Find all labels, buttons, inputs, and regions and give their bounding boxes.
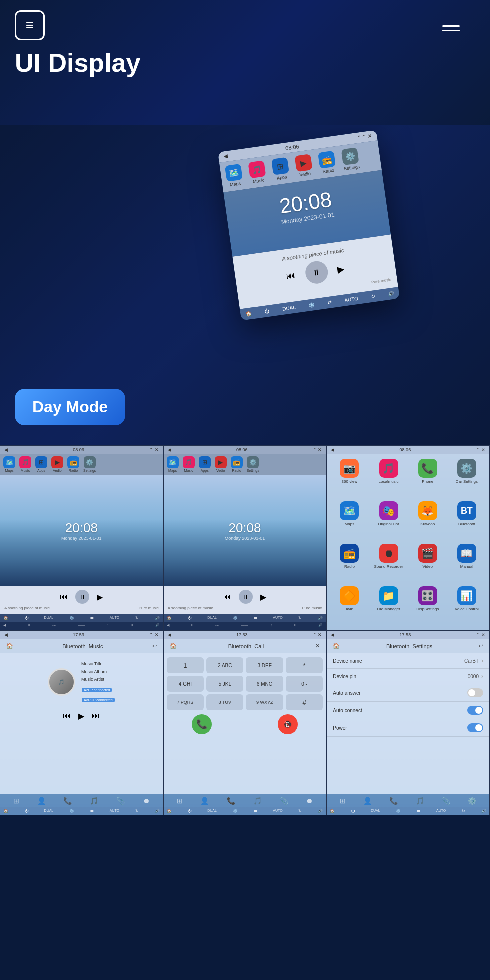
app-localmusic[interactable]: 🎵 Localmusic <box>371 459 406 497</box>
apps-icons-grid: 📷 360 view 🎵 Localmusic 📞 Phone ⚙️ Car S… <box>327 454 490 630</box>
dial-hash[interactable]: # <box>286 694 323 710</box>
dial-1[interactable]: 1 <box>167 657 204 673</box>
bt-play-icon[interactable]: ▶ <box>78 711 84 721</box>
player-cell-2: ◀08:06⌃ ✕ 🗺️Maps 🎵Music ⊞Apps ▶Vedio 📻Ra… <box>164 445 327 630</box>
hamburger-menu[interactable] <box>442 25 460 31</box>
chevron-right-icon-2: › <box>482 673 484 680</box>
bt-call-title: Bluetooth_Call <box>228 643 264 649</box>
cell-play-1[interactable]: ⏸ <box>76 590 90 604</box>
nav-music-icon-2[interactable]: 🎵 <box>254 797 262 805</box>
app-apps[interactable]: ⊞ Apps <box>272 157 290 181</box>
app-manual[interactable]: 📖 Manual <box>450 544 484 582</box>
app-kuwooo[interactable]: 🦊 Kuwooo <box>410 501 446 540</box>
bt-device-name-row: Device name CarBT › <box>327 653 490 669</box>
bt-auto-connect-row: Auto connect <box>327 702 490 719</box>
nav-grid-icon-2[interactable]: ⊞ <box>177 797 183 805</box>
dial-zero-dash[interactable]: 0 - <box>286 676 323 692</box>
app-soundrecorder[interactable]: ⏺ Sound Recorder <box>371 544 406 582</box>
cell-play-2[interactable]: ⏸ <box>239 590 253 604</box>
dial-8[interactable]: 8 TUV <box>206 694 244 710</box>
cell-music-bar-1: ⏮ ⏸ ▶ A soothing piece of music Pure mus… <box>0 586 163 614</box>
bt-power-toggle[interactable] <box>468 723 484 732</box>
nav-grid-icon[interactable]: ⊞ <box>14 797 20 805</box>
nav-clip-icon-2[interactable]: 📎 <box>280 797 288 805</box>
bt-music-controls: ⏮ ▶ ⏭ <box>6 711 158 721</box>
bt-dialpad: 1 2 ABC 3 DEF * 4 GHI 5 JKL 6 MNO 0 - 7 … <box>164 653 326 794</box>
app-radio[interactable]: 📻 Radio <box>318 151 337 175</box>
cell-bottom-bar-2: 🏠⏻DUAL❄️⇄AUTO↻🔊 <box>164 614 326 622</box>
app-carsettings[interactable]: ⚙️ Car Settings <box>450 459 484 497</box>
cell-prev-2[interactable]: ⏮ <box>224 592 232 601</box>
bt-next-icon[interactable]: ⏭ <box>92 711 100 720</box>
dial-9[interactable]: 9 WXYZ <box>246 694 283 710</box>
app-dispsettings[interactable]: 🎛️ DispSettings <box>410 586 446 625</box>
app-originalcar[interactable]: 🎭 Original Car <box>371 501 406 540</box>
app-filemanager[interactable]: 📁 File Manager <box>371 586 406 625</box>
cell-next-2[interactable]: ▶ <box>260 592 266 602</box>
app-phone[interactable]: 📞 Phone <box>410 459 446 497</box>
dial-3[interactable]: 3 DEF <box>246 657 283 673</box>
bt-device-name-value: CarBT <box>464 658 479 664</box>
cell-top-bar-2: ◀08:06⌃ ✕ <box>164 446 326 454</box>
dial-2[interactable]: 2 ABC <box>206 657 244 673</box>
grid-row-1: ◀08:06⌃ ✕ 🗺️Maps 🎵Music ⊞Apps ▶Vedio 📻Ra… <box>0 445 490 630</box>
app-vedio[interactable]: ▶ Vedio <box>294 154 314 178</box>
bt-call-top-bar: ◀17:53⌃ ✕ <box>164 631 326 639</box>
nav-clip-icon-3[interactable]: 📎 <box>442 797 450 805</box>
dial-call-button[interactable]: 📞 <box>192 714 212 734</box>
dial-7[interactable]: 7 PQRS <box>167 694 204 710</box>
cell-prev-1[interactable]: ⏮ <box>60 592 68 601</box>
nav-phone-icon[interactable]: 📞 <box>64 797 72 805</box>
dial-4[interactable]: 4 GHI <box>167 676 204 692</box>
chevron-right-icon-1: › <box>482 657 484 664</box>
main-screen-mockup: ◀ 08:06 ⌃⌃ ✕ 🗺️ Maps 🎵 Music ⊞ Apps ▶ Ve… <box>218 130 400 320</box>
bt-power-label: Power <box>333 725 347 731</box>
player-cell-1: ◀08:06⌃ ✕ 🗺️Maps 🎵Music ⊞Apps ▶Vedio 📻Ra… <box>0 445 164 630</box>
nav-phone-icon-3[interactable]: 📞 <box>390 797 398 805</box>
nav-grid-icon-3[interactable]: ⊞ <box>340 797 346 805</box>
header: ≡ UI Display <box>0 0 490 125</box>
nav-music-icon[interactable]: 🎵 <box>90 797 98 805</box>
divider <box>30 82 460 82</box>
nav-record-icon[interactable]: ⏺ <box>143 797 150 805</box>
app-settings[interactable]: ⚙️ Settings <box>342 147 360 171</box>
app-bluetooth[interactable]: BT Bluetooth <box>450 501 484 540</box>
apps-top-bar: ◀08:06⌃ ✕ <box>327 446 490 454</box>
cell-bottom-bar-1: 🏠⏻DUAL❄️⇄AUTO↻🔊 <box>0 614 163 622</box>
nav-user-icon-3[interactable]: 👤 <box>364 797 372 805</box>
nav-phone-icon-2[interactable]: 📞 <box>227 797 236 805</box>
cell-next-1[interactable]: ▶ <box>97 592 103 602</box>
next-icon[interactable]: ▶ <box>337 263 346 275</box>
nav-settings-icon-3[interactable]: ⚙️ <box>468 797 476 805</box>
bt-music-title-bar: 🏠 Bluetooth_Music ↩ <box>0 639 163 653</box>
bt-device-name-label: Device name <box>333 658 362 664</box>
dial-star[interactable]: * <box>286 657 323 673</box>
app-avin[interactable]: 🔶 Avin <box>332 586 367 625</box>
app-360view[interactable]: 📷 360 view <box>332 459 367 497</box>
bt-auto-answer-toggle[interactable] <box>468 688 484 697</box>
app-video[interactable]: 🎬 Video <box>410 544 446 582</box>
nav-music-icon-3[interactable]: 🎵 <box>416 797 424 805</box>
app-voicecontrol[interactable]: 📊 Voice Control <box>450 586 484 625</box>
nav-user-icon-2[interactable]: 👤 <box>200 797 209 805</box>
bt-auto-connect-toggle[interactable] <box>468 706 484 715</box>
app-music[interactable]: 🎵 Music <box>248 160 267 184</box>
play-pause-button[interactable]: ⏸ <box>304 260 330 285</box>
nav-clip-icon[interactable]: 📎 <box>116 797 125 805</box>
nav-record-icon-2[interactable]: ⏺ <box>306 797 313 805</box>
bt-prev-icon[interactable]: ⏮ <box>63 711 71 720</box>
bt-settings-nav: ⊞ 👤 📞 🎵 📎 ⚙️ <box>327 794 490 807</box>
dial-5[interactable]: 5 JKL <box>206 676 244 692</box>
nav-user-icon[interactable]: 👤 <box>38 797 46 805</box>
app-radio-grid[interactable]: 📻 Radio <box>332 544 367 582</box>
dial-end-button[interactable]: 📵 <box>278 714 298 734</box>
dial-6[interactable]: 6 MNO <box>246 676 283 692</box>
bt-music-nav: ⊞ 👤 📞 🎵 📎 ⏺ <box>0 794 163 807</box>
app-maps[interactable]: 🗺️ Maps <box>225 164 244 188</box>
apps-grid-cell: ◀08:06⌃ ✕ 📷 360 view 🎵 Localmusic 📞 Phon… <box>326 445 490 630</box>
app-maps-grid[interactable]: 🗺️ Maps <box>332 501 367 540</box>
bt-grid-section: ◀17:53⌃ ✕ 🏠 Bluetooth_Music ↩ 🎵 Music Ti… <box>0 630 490 815</box>
cell-clock-area-1: 20:08 Monday 2023-01-01 <box>0 475 163 586</box>
bt-settings-title: Bluetooth_Settings <box>386 643 432 649</box>
prev-icon[interactable]: ⏮ <box>286 270 296 282</box>
